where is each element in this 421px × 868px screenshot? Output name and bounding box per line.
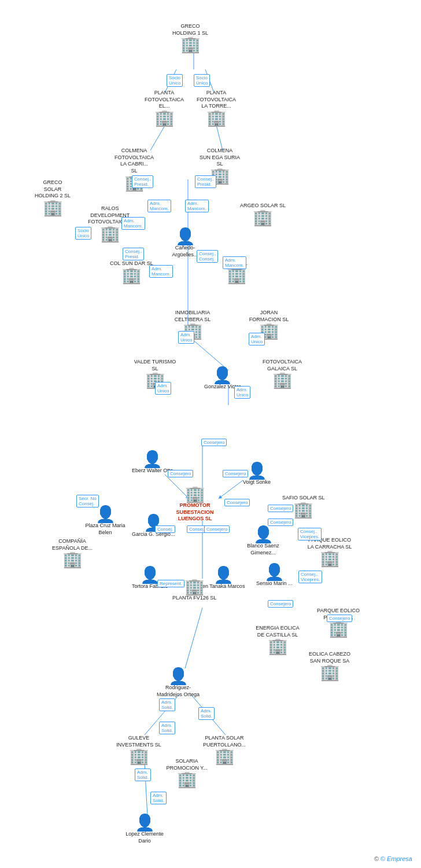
badge-socio-unico-greco2[interactable]: SocioÚnico — [75, 227, 91, 240]
badge-adm-mancom-1[interactable]: Adm.Mancom. — [147, 200, 171, 212]
node-compania-esp: COMPAÑÍA ESPAÑOLA DE... 🏢 — [49, 538, 95, 568]
svg-line-12 — [220, 480, 243, 498]
label-valde-turismo: VALDE TURISMO SL — [132, 359, 178, 372]
label-voigt-sonke: Voigt Sonke — [243, 479, 271, 486]
node-parque-eolico-carracha: PARQUE EOLICO LA CARRACHA SL 🏢 — [306, 537, 353, 567]
icon-parque-eolico-carracha: 🏢 — [320, 550, 340, 567]
label-plaza-cruz: Plaza Cruz Maria Belen — [82, 523, 128, 536]
label-planta-foto-torre: PLANTA FOTOVOLTAICA LA TORRE... — [197, 90, 236, 110]
node-eolica-cabezo: EOLICA CABEZO SAN ROQUE SA 🏢 — [306, 651, 353, 681]
icon-tanaka: 👤 — [213, 567, 234, 583]
icon-gonzalez-victor: 👤 — [212, 367, 232, 384]
icon-plaza-cruz: 👤 — [95, 506, 116, 523]
label-colmena-sun-cabri: COLMENA FOTOVOLTAICA LA CABRI... SL — [115, 148, 154, 175]
badge-adm-solid-3[interactable]: Adm.Solid. — [159, 722, 175, 734]
icon-greco-solar-h2: 🏢 — [43, 200, 63, 216]
badge-adm-solid-2[interactable]: Adm.Solid. — [198, 707, 215, 720]
badge-consejero-blanco[interactable]: Consejero — [204, 525, 230, 533]
badge-adm-mancom-3[interactable]: Adm.Mancom. — [121, 217, 145, 230]
badge-socio-unico-2[interactable]: SocioÚnico — [194, 74, 210, 87]
badge-consejero-safio-1[interactable]: Consejero — [268, 505, 293, 512]
label-colmena-sun-ega: COLMENA SUN EGA SURIA SL — [197, 148, 243, 168]
icon-planta-foto-el: 🏢 — [154, 110, 175, 126]
badge-consejero-parque-plana[interactable]: Consejero — [327, 615, 352, 622]
badge-secr-no-consej[interactable]: Secr. NoConsej. — [76, 495, 99, 507]
badge-consej-garcia[interactable]: Consej. — [155, 525, 175, 533]
svg-line-14 — [185, 608, 202, 668]
icon-voigt-sonke: 👤 — [247, 463, 267, 479]
badge-consej-vicepres-1[interactable]: Consej..Vicepres. — [298, 528, 322, 540]
badge-consej-presid-1[interactable]: Consej..Presid. — [132, 175, 153, 188]
node-planta-foto-torre: PLANTA FOTOVOLTAICA LA TORRE... 🏢 — [197, 90, 236, 126]
icon-energia-eolica: 🏢 — [268, 638, 288, 654]
badge-adm-mancom-col[interactable]: Adm.Mancom. — [149, 265, 173, 278]
node-energia-eolica: ENERGIA EOLICA DE CASTILLA SL 🏢 — [254, 625, 301, 654]
label-rodriguez-ortega: Rodriguez- Madridejos Ortega — [155, 685, 201, 698]
label-greco-solar-h2: GRECO SOLAR HOLDING 2 SL — [35, 179, 71, 200]
label-compania-esp: COMPAÑÍA ESPAÑOLA DE... — [49, 538, 95, 551]
node-fotovoltaica-gal: FOTOVOLTAICA GALAICA SL 🏢 — [259, 359, 305, 388]
node-greco-holding1: GRECO HOLDING 1 SL 🏢 — [172, 23, 208, 53]
label-blanco-saenz: Blanco Saenz Gimenez... — [240, 543, 286, 556]
badge-consej-presid-3[interactable]: Consej..Presid. — [123, 248, 144, 260]
badge-consejero-energia[interactable]: Consejero — [268, 600, 293, 608]
badge-consejero-2[interactable]: Consejero — [168, 470, 193, 477]
icon-planta-fv126: 🏢 — [184, 579, 205, 595]
icon-enrgy: 🏢 — [227, 267, 247, 284]
badge-socio-unico-1[interactable]: SocioÚnico — [167, 74, 183, 87]
badge-adm-solid-solaria[interactable]: Adm.Solid. — [150, 792, 167, 804]
badge-consejero-3[interactable]: Consejero — [223, 470, 248, 477]
node-sensio-marin: 👤 Sensio Marin ... — [256, 564, 293, 587]
node-rodriguez-ortega: 👤 Rodriguez- Madridejos Ortega — [155, 668, 201, 698]
node-planta-solar-puerto: PLANTA SOLAR PUERTOLLANO... 🏢 — [201, 735, 248, 764]
badge-adm-solid-1[interactable]: Adm.Solid. — [159, 698, 175, 711]
label-greco-holding1: GRECO HOLDING 1 SL — [172, 23, 208, 36]
label-eberz-walter: Eberz Walter Otto — [132, 468, 173, 475]
badge-consejero-safio-2[interactable]: Consejero — [268, 518, 293, 526]
badge-consejero-1[interactable]: Consejero — [201, 439, 227, 446]
icon-safio-solar: 🏢 — [293, 502, 313, 518]
badge-consejero-promotor[interactable]: Consejero — [224, 499, 250, 506]
badge-adm-unico-valde[interactable]: Adm.Unico — [155, 382, 171, 395]
badge-adm-unico-fotovolt[interactable]: Adm.Unico — [234, 386, 250, 399]
badge-represent-tortora[interactable]: Represent. — [157, 580, 184, 587]
node-eberz-walter: 👤 Eberz Walter Otto — [132, 451, 173, 475]
watermark: © © Empresa — [374, 855, 412, 862]
icon-argeo-solar: 🏢 — [253, 209, 273, 226]
icon-eolica-cabezo: 🏢 — [320, 664, 340, 681]
chart-canvas: GRECO HOLDING 1 SL 🏢 PLANTA FOTOVOLTAICA… — [0, 0, 421, 868]
label-joran-form: JORAN FORMACION SL — [246, 310, 292, 323]
badge-consej-consej-1[interactable]: Consej..Consej. — [197, 250, 218, 263]
icon-lopez-clemente: 👤 — [135, 815, 155, 831]
label-fotovoltaica-gal: FOTOVOLTAICA GALAICA SL — [259, 359, 305, 372]
watermark-brand: © Empresa — [381, 855, 412, 862]
icon-solaria-promo: 🏢 — [177, 771, 197, 788]
icon-col-sun-dar: 🏢 — [121, 267, 142, 284]
badge-adm-mancom-enrgy[interactable]: Adm.Mancom. — [223, 256, 246, 269]
icon-greco-holding1: 🏢 — [180, 36, 201, 53]
icon-eberz-walter: 👤 — [142, 451, 163, 468]
node-blanco-saenz: 👤 Blanco Saenz Gimenez... — [240, 527, 286, 556]
icon-fotovoltaica-gal: 🏢 — [272, 372, 293, 388]
icon-promotor-sub: 🏢 — [185, 486, 205, 502]
badge-adm-mancom-2[interactable]: Adm.Mancom. — [185, 200, 209, 212]
label-inmobiliaria-celt: INMOBILIARIA CELTIBERA SL — [169, 310, 216, 323]
label-guleve-inv: GULEVE INVESTMENTS SL — [116, 735, 162, 748]
node-lopez-clemente: 👤 Lopez Clemente Dario — [121, 815, 168, 844]
badge-consej-vicepres-2[interactable]: Consej..Vicepres. — [298, 571, 322, 583]
icon-planta-foto-torre: 🏢 — [206, 110, 227, 126]
node-guleve-inv: GULEVE INVESTMENTS SL 🏢 — [116, 735, 162, 764]
badge-consej-presid-2[interactable]: Consej..Presid. — [195, 175, 216, 188]
label-promotor-sub: PROMOTOR SUBESTACION LUENGOS SL — [172, 502, 218, 523]
node-argeo-solar: ARGEO SOLAR SL 🏢 — [240, 203, 286, 226]
icon-rodriguez-ortega: 👤 — [168, 668, 189, 685]
icon-cañedo: 👤 — [175, 229, 195, 245]
icon-parque-eolico-plana: 🏢 — [328, 621, 349, 637]
label-lopez-clemente: Lopez Clemente Dario — [121, 831, 168, 844]
badge-adm-unico-inmob[interactable]: Adm.Unico — [178, 331, 194, 344]
icon-planta-solar-puerto: 🏢 — [215, 748, 235, 764]
badge-adm-unico-joran[interactable]: Adm.Unico — [249, 333, 265, 345]
label-energia-eolica: ENERGIA EOLICA DE CASTILLA SL — [254, 625, 301, 638]
icon-compania-esp: 🏢 — [62, 551, 83, 568]
badge-adm-solid-guleve[interactable]: Adm.Solid. — [135, 768, 151, 781]
